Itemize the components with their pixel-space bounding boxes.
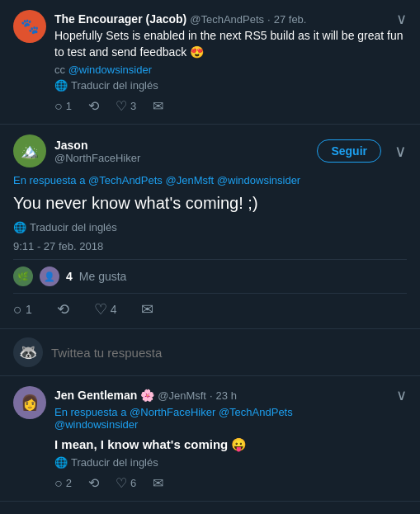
jason-name: Jason	[54, 139, 140, 152]
jason-reply-to-3[interactable]: @windowsinsider	[217, 174, 300, 186]
jen-retweet-action[interactable]: ⟲	[88, 475, 99, 491]
retweet-icon-jen: ⟲	[88, 475, 99, 491]
jason-like-action[interactable]: ♡ 4	[94, 300, 117, 318]
jen-tweet: 👩 Jen Gentleman 🌸 @JenMsft · 23 h ∨ En r…	[0, 376, 420, 502]
jen-avatar: 👩	[13, 386, 46, 419]
jason-reply-count: 1	[26, 303, 32, 316]
encourager-retweet-action[interactable]: ⟲	[88, 98, 99, 114]
jen-reply-to-1[interactable]: @NorthFaceHiker	[130, 406, 215, 418]
jason-mail-action[interactable]: ✉	[141, 300, 153, 318]
jason-likes-label: Me gusta	[79, 270, 127, 283]
reply-input-section: 🦝	[0, 329, 420, 376]
jen-like-action[interactable]: ♡ 6	[116, 475, 136, 491]
jason-like-count: 4	[111, 303, 117, 316]
encourager-name: The Encourager (Jacob)	[54, 12, 186, 26]
jen-reply-to-2[interactable]: @TechAndPets	[219, 406, 293, 418]
mail-icon-main: ✉	[141, 300, 153, 318]
jason-follow-button[interactable]: Seguir	[317, 139, 381, 163]
encourager-like-action[interactable]: ♡ 3	[116, 98, 136, 114]
jen-mail-action[interactable]: ✉	[153, 475, 163, 491]
mail-icon: ✉	[153, 98, 163, 114]
jen-reply-to-3[interactable]: @windowsinsider	[54, 418, 138, 431]
encourager-time: 27 feb.	[274, 13, 307, 26]
encourager-avatar: 🐾	[13, 10, 46, 43]
globe-icon: 🌐	[54, 79, 68, 92]
jen-actions: ○ 2 ⟲ ♡ 6 ✉	[54, 475, 407, 491]
encourager-tweet: 🐾 The Encourager (Jacob) @TechAndPets · …	[0, 0, 420, 125]
jen-reply-action[interactable]: ○ 2	[54, 476, 72, 491]
reply-input-field[interactable]	[51, 346, 407, 360]
encourager-mail-action[interactable]: ✉	[153, 98, 163, 114]
jason-tweet-section: 🏔️ Jason @NorthFaceHiker Seguir ∨ En res…	[0, 125, 420, 329]
jason-likes-count: 4	[66, 270, 73, 283]
encourager-translate[interactable]: 🌐 Traducir del inglés	[54, 79, 407, 92]
encourager-actions: ○ 1 ⟲ ♡ 3 ✉	[54, 98, 407, 114]
jason-name-block: Jason @NorthFaceHiker	[54, 139, 140, 164]
cc-mention[interactable]: @windowsinsider	[68, 64, 152, 76]
jen-time: 23 h	[216, 389, 237, 402]
retweet-icon-main: ⟲	[57, 300, 69, 318]
reply-icon-jen: ○	[54, 476, 63, 491]
jason-likes-row: 🌿 👤 4 Me gusta	[13, 259, 407, 294]
jen-handle: @JenMsft	[158, 389, 206, 402]
jason-more-button[interactable]: ∨	[394, 141, 407, 161]
cc-label: cc	[54, 64, 68, 76]
jen-like-count: 6	[130, 477, 136, 489]
jen-name: Jen Gentleman 🌸	[54, 389, 154, 402]
reply-icon: ○	[54, 99, 63, 114]
heart-icon-main: ♡	[94, 300, 107, 318]
jason-main-text: You never know what's coming! ;)	[13, 191, 407, 215]
heart-icon: ♡	[116, 98, 127, 114]
encourager-reply-action[interactable]: ○ 1	[54, 99, 72, 114]
jason-avatar: 🏔️	[13, 134, 46, 167]
encourager-handle: @TechAndPets	[190, 13, 264, 26]
liker-avatar-1: 🌿	[13, 266, 33, 286]
jason-main-actions: ○ 1 ⟲ ♡ 4 ✉	[13, 300, 407, 318]
reply-user-avatar: 🦝	[13, 337, 43, 367]
jason-retweet-action[interactable]: ⟲	[57, 300, 69, 318]
encourager-like-count: 3	[130, 100, 136, 112]
jen-reply-to: En respuesta a @NorthFaceHiker @TechAndP…	[54, 406, 407, 431]
jason-reply-to-1[interactable]: @TechAndPets	[88, 174, 163, 186]
jason-reply-to: En respuesta a @TechAndPets @JenMsft @wi…	[13, 174, 407, 186]
liker-avatar-2: 👤	[40, 266, 59, 286]
jen-reply-count: 2	[66, 477, 72, 489]
reply-icon-main: ○	[13, 301, 22, 318]
encourager-more-button[interactable]: ∨	[396, 10, 407, 28]
mail-icon-jen: ✉	[153, 475, 163, 491]
encourager-tweet-text: Hopefully Sets is enabled in the next RS…	[54, 28, 407, 60]
heart-icon-jen: ♡	[116, 475, 127, 491]
jen-more-button[interactable]: ∨	[396, 386, 407, 404]
globe-icon-jason: 🌐	[13, 221, 26, 233]
jason-reply-action[interactable]: ○ 1	[13, 301, 32, 318]
retweet-icon: ⟲	[88, 98, 99, 114]
jason-reply-to-2[interactable]: @JenMsft	[166, 174, 215, 186]
jason-handle: @NorthFaceHiker	[54, 152, 140, 164]
jason-translate[interactable]: 🌐 Traducir del inglés	[13, 221, 407, 233]
jen-main-text: I mean, I know what's coming 😛	[54, 436, 407, 453]
globe-icon-jen: 🌐	[54, 456, 68, 469]
jen-translate[interactable]: 🌐 Traducir del inglés	[54, 456, 407, 469]
encourager-reply-count: 1	[66, 100, 72, 112]
jason-tweet-time: 9:11 - 27 feb. 2018	[13, 240, 407, 252]
